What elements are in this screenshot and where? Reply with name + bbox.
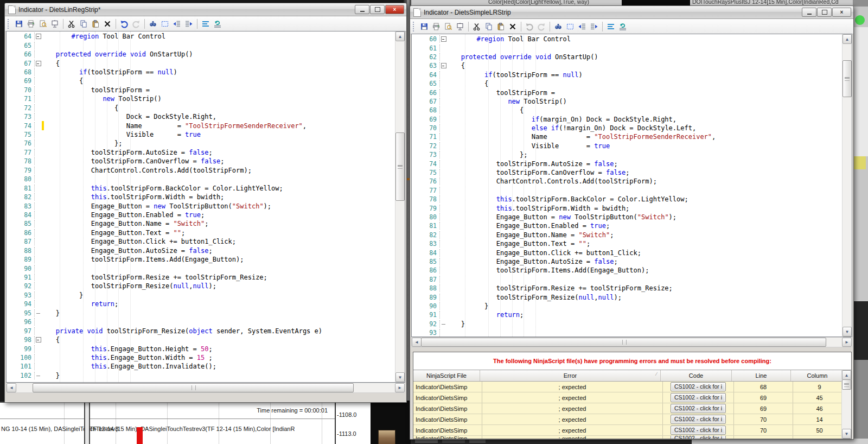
column-header-error[interactable]: Error∕ [480,370,661,381]
scroll-left-button[interactable]: ◄ [7,383,16,392]
close-button[interactable]: × [832,8,851,17]
series-label-right: TF 12-14 (15 Min), DASingleiTouchTestrev… [90,426,295,432]
align-lines-icon[interactable] [605,21,617,33]
close-button[interactable]: × [385,5,404,14]
scroll-right-button[interactable]: ► [395,383,405,392]
find-icon[interactable] [552,21,564,33]
maximize-button[interactable] [370,5,385,14]
print-preview-icon[interactable] [37,18,49,30]
save-icon[interactable] [418,21,430,33]
indent-icon[interactable] [588,21,600,33]
error-row[interactable]: Indicator\DietsSimp; expectedCS1002 - cl… [413,403,851,414]
fold-toggle-icon[interactable] [35,335,42,344]
background-right-strip[interactable] [853,0,868,444]
scroll-thumb[interactable] [843,60,852,97]
print-preview-icon[interactable] [442,21,454,33]
titlebar[interactable]: Indicator - DietsLinRegStrip* × [5,3,406,16]
copy-icon[interactable] [483,21,495,33]
error-code-button[interactable]: CS1002 - click for i [671,426,726,435]
background-chart[interactable]: Time remaining = 00:00:01 -1108.0 -1113.… [0,402,371,444]
scroll-left-button[interactable]: ◄ [412,338,422,347]
paste-icon[interactable] [495,21,507,33]
redo-icon[interactable] [130,18,142,30]
indent-icon[interactable] [183,18,195,30]
code-editor[interactable]: 60 #region Tool Bar Control6162 protecte… [411,34,852,337]
scroll-thumb[interactable] [842,379,851,390]
code-editor[interactable]: 64 #region Tool Bar Control6566 protecte… [6,31,405,383]
scroll-down-button[interactable]: ▼ [395,372,405,382]
undo-icon[interactable] [118,18,130,30]
error-scrollbar[interactable]: ▲ ▼ [841,370,851,439]
convert-icon[interactable] [212,18,224,30]
cut-icon[interactable] [471,21,483,33]
print-icon[interactable] [25,18,37,30]
select-all-icon[interactable] [159,18,171,30]
vertical-scrollbar[interactable]: ▲ ▼ [395,31,405,382]
error-row[interactable]: Indicator\DietsSimp; expectedCS1002 - cl… [413,436,851,439]
copy-icon[interactable] [78,18,90,30]
background-black-corner[interactable] [371,401,411,444]
error-code-cell: CS1002 - click for i [663,436,734,439]
outdent-icon[interactable] [576,21,588,33]
scroll-down-button[interactable]: ▼ [842,429,851,439]
delete-icon[interactable] [101,18,113,30]
fold-margin [35,183,42,192]
chart-splitter[interactable] [84,403,90,444]
error-row[interactable]: Indicator\DietsSimp; expectedCS1002 - cl… [413,392,851,403]
code-line: 93 [412,328,842,337]
fold-toggle-icon[interactable] [35,32,42,41]
titlebar[interactable]: Indicator - DietsSimpleLRStrip × [410,6,853,19]
error-code-button[interactable]: CS1002 - click for i [671,436,726,439]
save-icon[interactable] [13,18,25,30]
scroll-thumb[interactable] [33,383,354,392]
error-code-button[interactable]: CS1002 - click for i [671,393,726,402]
scroll-down-button[interactable]: ▼ [843,327,852,337]
error-row[interactable]: Indicator\DietsSimp; expectedCS1002 - cl… [413,382,851,392]
scroll-right-button[interactable]: ► [842,338,852,347]
line-number: 64 [412,71,440,79]
fold-toggle-icon[interactable] [440,35,447,43]
cut-icon[interactable] [66,18,78,30]
column-header-file[interactable]: NinjaScript File [413,370,480,381]
align-lines-icon[interactable] [200,18,212,30]
properties-board-icon[interactable] [454,21,466,33]
properties-board-icon[interactable] [49,18,61,30]
code-line: 81 Engage_Button.Enabled = true; [412,221,842,230]
column-header-column[interactable]: Column [791,370,844,381]
error-code-button[interactable]: CS1002 - click for i [671,404,726,413]
convert-icon[interactable] [617,21,629,33]
redo-icon[interactable] [535,21,547,33]
fold-margin [440,293,447,301]
paste-icon[interactable] [90,18,101,30]
delete-icon[interactable] [507,21,519,33]
horizontal-scrollbar[interactable]: ◄ ► [6,383,405,393]
undo-icon[interactable] [524,21,535,33]
fold-toggle-icon[interactable] [35,59,42,67]
select-all-icon[interactable] [564,21,576,33]
column-header-code[interactable]: Code [661,370,732,381]
scroll-up-button[interactable]: ▲ [842,370,851,380]
scroll-up-button[interactable]: ▲ [395,31,405,41]
code-line: 79 this.toolStripForm.Width = bwidth; [412,204,842,212]
code-area[interactable]: 64 #region Tool Bar Control6566 protecte… [7,32,395,382]
error-row[interactable]: Indicator\DietsSimp; expectedCS1002 - cl… [413,425,851,436]
error-code-button[interactable]: CS1002 - click for i [671,382,726,391]
scroll-thumb[interactable] [395,132,405,201]
change-margin [447,43,449,52]
fold-toggle-icon[interactable] [440,61,447,70]
minimize-button[interactable] [802,8,816,17]
error-row[interactable]: Indicator\DietsSimp; expectedCS1002 - cl… [413,414,851,425]
outdent-icon[interactable] [171,18,183,30]
code-area[interactable]: 60 #region Tool Bar Control6162 protecte… [412,35,842,337]
scroll-up-button[interactable]: ▲ [843,34,852,44]
minimize-button[interactable] [355,5,369,14]
fold-margin [35,219,42,228]
find-icon[interactable] [147,18,159,30]
scroll-thumb[interactable] [421,338,826,347]
column-header-line[interactable]: Line [732,370,791,381]
maximize-button[interactable] [817,8,832,17]
print-icon[interactable] [430,21,442,33]
vertical-scrollbar[interactable]: ▲ ▼ [842,34,852,337]
horizontal-scrollbar[interactable]: ◄ ► [411,337,852,347]
error-code-button[interactable]: CS1002 - click for i [671,415,726,424]
